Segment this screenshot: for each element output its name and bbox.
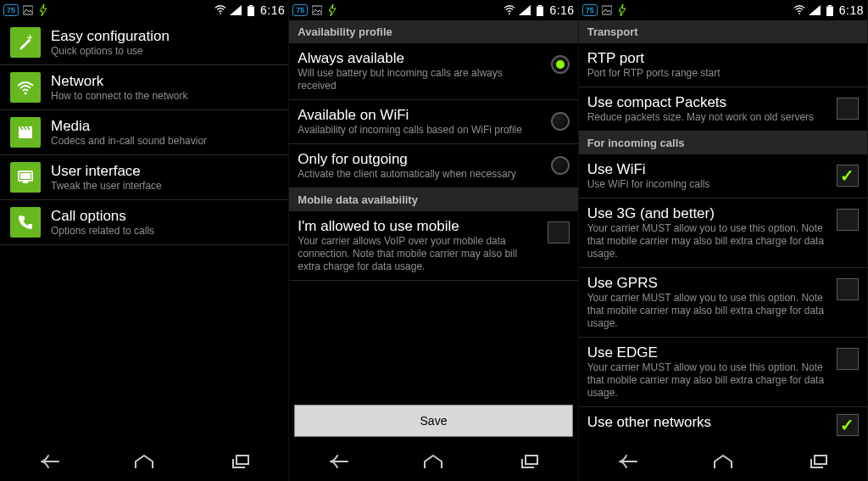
check-title: I'm allowed to use mobile (298, 218, 538, 235)
clock: 6:18 (839, 3, 864, 17)
row-title: RTP port (587, 50, 859, 67)
checkbox[interactable] (837, 348, 859, 370)
setting-title: Call options (51, 208, 278, 225)
svg-rect-13 (537, 6, 543, 16)
radio-button[interactable] (551, 55, 570, 74)
battery-icon (534, 4, 546, 16)
setting-sub: How to connect to the network (51, 90, 278, 103)
setting-title: Media (51, 118, 278, 135)
checkbox[interactable] (837, 165, 859, 187)
svg-rect-12 (538, 5, 542, 7)
navigation-bar (289, 442, 577, 481)
setting-media[interactable]: Media Codecs and in-call sound behavior (0, 110, 288, 155)
setting-sub: Quick options to use (51, 45, 278, 58)
check-use-wifi[interactable]: Use WiFi Use WiFi for incoming calls (579, 154, 867, 199)
check-title: Use EDGE (587, 344, 828, 361)
gallery-icon (311, 4, 323, 16)
clock: 6:16 (549, 3, 574, 17)
check-title: Use 3G (and better) (587, 205, 828, 222)
wifi-icon (214, 4, 226, 16)
home-button[interactable] (412, 449, 454, 474)
svg-rect-7 (20, 173, 31, 179)
setting-sub: Codecs and in-call sound behavior (51, 135, 278, 148)
check-use-3g[interactable]: Use 3G (and better) Your carrier MUST al… (579, 199, 867, 268)
row-sub: Port for RTP ports range start (587, 67, 859, 80)
status-bar: 75 6:16 (0, 0, 288, 20)
screen-transport: 75 6:18 Transport RTP port Port for RTP … (579, 0, 868, 481)
svg-rect-0 (23, 6, 33, 14)
notification-badge: 75 (292, 4, 308, 16)
checkbox[interactable] (837, 414, 859, 436)
check-title: Use WiFi (587, 161, 828, 178)
svg-rect-2 (249, 5, 253, 7)
radio-always-available[interactable]: Always available Will use battery but in… (289, 43, 577, 100)
row-rtp-port[interactable]: RTP port Port for RTP ports range start (579, 43, 867, 87)
wand-icon (10, 27, 41, 58)
clapper-icon (10, 117, 41, 148)
home-button[interactable] (702, 449, 744, 474)
checkbox[interactable] (837, 278, 859, 300)
check-title: Use compact Packets (587, 94, 828, 111)
setting-easy-configuration[interactable]: Easy configuration Quick options to use (0, 20, 288, 65)
setting-call-options[interactable]: Call options Options related to calls (0, 200, 288, 245)
radio-title: Always available (298, 50, 542, 67)
setting-user-interface[interactable]: User interface Tweak the user interface (0, 155, 288, 200)
gallery-icon (601, 4, 613, 16)
radio-title: Available on WiFi (298, 107, 542, 124)
radio-available-on-wifi[interactable]: Available on WiFi Availability of incomi… (289, 100, 577, 144)
radio-sub: Will use battery but incoming calls are … (298, 67, 542, 92)
checkbox[interactable] (548, 221, 570, 243)
screen-settings-main: 75 6:16 Easy configuration Quick options… (0, 0, 289, 481)
navigation-bar (0, 442, 288, 481)
recent-apps-button[interactable] (798, 449, 840, 474)
check-use-other-networks[interactable]: Use other networks (579, 407, 867, 442)
setting-sub: Options related to calls (51, 225, 278, 238)
lightning-icon (616, 4, 628, 16)
check-allowed-mobile[interactable]: I'm allowed to use mobile Your carrier a… (289, 211, 577, 281)
phone-icon (10, 207, 41, 238)
checkbox[interactable] (837, 209, 859, 231)
svg-rect-14 (526, 456, 537, 464)
battery-icon (245, 4, 257, 16)
home-button[interactable] (123, 449, 165, 474)
setting-network[interactable]: Network How to connect to the network (0, 65, 288, 110)
screen-availability: 75 6:16 Availability profile Always avai… (289, 0, 578, 481)
radio-sub: Activate the client automatically when n… (298, 168, 542, 181)
svg-rect-19 (815, 456, 826, 464)
check-sub: Reduce packets size. May not work on old… (587, 111, 828, 124)
wifi-icon (793, 4, 805, 16)
section-availability-profile: Availability profile (289, 20, 577, 43)
back-button[interactable] (27, 449, 70, 474)
save-button[interactable]: Save (294, 405, 572, 437)
svg-point-11 (509, 13, 511, 14)
recent-apps-button[interactable] (509, 449, 551, 474)
radio-title: Only for outgoing (298, 151, 542, 168)
check-sub: Your carrier MUST allow you to use this … (587, 222, 828, 260)
checkbox[interactable] (837, 98, 859, 120)
check-use-gprs[interactable]: Use GPRS Your carrier MUST allow you to … (579, 268, 867, 338)
check-compact-packets[interactable]: Use compact Packets Reduce packets size.… (579, 87, 867, 131)
setting-sub: Tweak the user interface (51, 180, 278, 193)
wifi-icon (10, 72, 41, 103)
notification-badge: 75 (3, 4, 19, 16)
clock: 6:16 (260, 3, 285, 17)
recent-apps-button[interactable] (220, 449, 262, 474)
radio-only-outgoing[interactable]: Only for outgoing Activate the client au… (289, 144, 577, 188)
signal-icon (809, 4, 821, 16)
radio-button[interactable] (551, 156, 570, 175)
notification-badge: 75 (582, 4, 598, 16)
svg-point-4 (25, 92, 27, 95)
navigation-bar (579, 442, 867, 481)
check-use-edge[interactable]: Use EDGE Your carrier MUST allow you to … (579, 338, 867, 407)
svg-rect-17 (828, 5, 832, 7)
status-bar: 75 6:16 (289, 0, 577, 20)
status-bar: 75 6:18 (579, 0, 867, 20)
check-sub: Your carrier MUST allow you to use this … (587, 361, 828, 400)
back-button[interactable] (605, 449, 648, 474)
battery-icon (824, 4, 836, 16)
check-title: Use other networks (587, 414, 828, 431)
radio-sub: Availability of incoming calls based on … (298, 124, 542, 137)
svg-rect-15 (602, 6, 612, 14)
back-button[interactable] (316, 449, 359, 474)
radio-button[interactable] (551, 112, 570, 131)
